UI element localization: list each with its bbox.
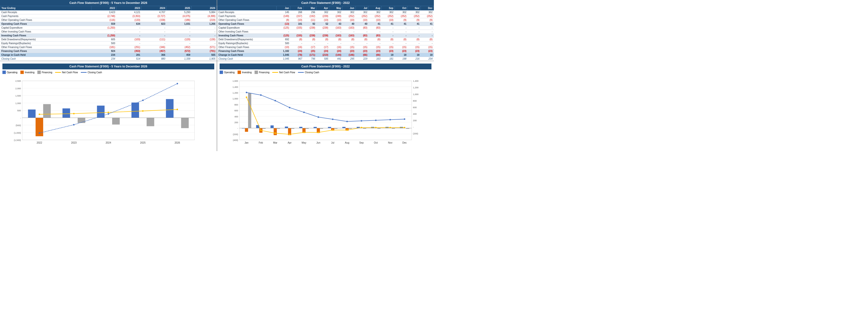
- row-value: (2,748): [91, 14, 116, 18]
- svg-text:600: 600: [413, 106, 417, 109]
- row-value: 40: [355, 22, 369, 26]
- row-value: (15): [395, 45, 408, 49]
- table-row: Other Financing Cash Flows(181)(251)(346…: [0, 45, 217, 49]
- right-col-empty: [217, 6, 277, 10]
- row-value: 1,031: [166, 22, 191, 26]
- svg-point-104: [303, 132, 305, 133]
- row-value: (15): [355, 45, 369, 49]
- svg-text:Dec: Dec: [402, 141, 407, 144]
- row-value: -: [395, 34, 408, 38]
- row-value: (1,250): [91, 34, 116, 38]
- row-value: (252): [369, 14, 382, 18]
- row-value: 163: [369, 57, 382, 61]
- row-value: (4,399): [191, 14, 216, 18]
- row-value: (23): [421, 49, 434, 53]
- row-value: (25): [303, 49, 316, 53]
- row-value: (15): [381, 45, 395, 49]
- svg-point-117: [318, 117, 319, 118]
- row-value: (8): [395, 38, 408, 41]
- svg-text:Sep: Sep: [360, 141, 364, 144]
- svg-point-36: [107, 113, 109, 115]
- row-value: (125): [277, 34, 290, 38]
- r-legend-investing: Investing: [238, 71, 252, 74]
- table-row: Equity Raisings/(Buybacks)500----: [0, 41, 217, 45]
- svg-text:Mar: Mar: [273, 141, 278, 144]
- svg-point-38: [177, 83, 178, 85]
- svg-point-105: [318, 132, 319, 133]
- table-row: Investing Cash Flows(1,250)----: [0, 34, 217, 38]
- row-value: -: [421, 34, 434, 38]
- row-value: (238): [316, 34, 330, 38]
- row-value: (17): [303, 45, 316, 49]
- row-value: (149): [277, 14, 290, 18]
- right-chart-section: Cash Flow Statement ($'000) - 2022 Opera…: [217, 61, 434, 151]
- legend-investing-box: [20, 71, 24, 74]
- row-value: (78): [290, 53, 303, 57]
- svg-text:600: 600: [235, 109, 238, 112]
- svg-text:400: 400: [413, 113, 417, 115]
- left-col-header-2023: 2023: [116, 6, 141, 10]
- right-chart-title: Cash Flow Statement ($'000) - 2022: [220, 64, 431, 69]
- row-value: -: [369, 41, 382, 45]
- row-value: (9): [408, 18, 421, 22]
- svg-point-118: [332, 119, 333, 120]
- row-value: (24): [316, 49, 330, 53]
- row-value: -: [166, 41, 191, 45]
- row-value: (8): [330, 38, 343, 41]
- legend-closing: Closing Cash: [81, 71, 102, 74]
- svg-point-35: [73, 124, 74, 125]
- svg-point-119: [346, 121, 348, 122]
- row-value: (346): [142, 45, 166, 49]
- svg-point-112: [246, 92, 247, 93]
- left-chart-area: (1,500)(1,000)(500)-5001,0001,5002,0002,…: [2, 76, 214, 149]
- svg-rect-24: [43, 104, 51, 118]
- row-value: (251): [116, 45, 141, 49]
- row-value: 366: [142, 53, 166, 57]
- row-label: Financing Cash Flows: [217, 49, 277, 53]
- row-value: (66): [355, 53, 369, 57]
- row-value: 268: [290, 10, 303, 14]
- row-value: 500: [91, 41, 116, 45]
- row-value: (10): [369, 18, 382, 22]
- svg-text:-: -: [413, 126, 414, 128]
- row-value: -: [395, 41, 408, 45]
- svg-point-100: [246, 97, 247, 98]
- svg-rect-73: [313, 127, 317, 128]
- right-col-header: Mar: [303, 6, 316, 10]
- row-value: -: [342, 41, 355, 45]
- row-value: -: [316, 30, 330, 34]
- row-value: 302: [395, 10, 408, 14]
- row-value: -: [303, 41, 316, 45]
- row-value: (701): [191, 49, 216, 53]
- row-value: (23): [381, 49, 395, 53]
- row-value: (15): [342, 45, 355, 49]
- table-row: Other Operating Cash Flows(116)(133)(158…: [0, 18, 217, 22]
- row-value: 40: [342, 22, 355, 26]
- row-value: (83): [355, 34, 369, 38]
- svg-text:(200): (200): [233, 133, 238, 136]
- row-value: 1,045: [277, 53, 290, 57]
- table-row: Investing Cash Flows(125)(155)(238)(238)…: [217, 34, 434, 38]
- row-value: -: [330, 30, 343, 34]
- svg-text:1,000: 1,000: [232, 98, 238, 100]
- row-value: (219): [191, 18, 216, 22]
- row-value: -: [421, 30, 434, 34]
- right-chart-area: (400)(200)-2004006008001,0001,2001,4001,…: [220, 76, 431, 149]
- right-col-header: Jan: [277, 6, 290, 10]
- row-value: (66): [369, 53, 382, 57]
- row-value: 41: [369, 22, 382, 26]
- table-row: Cash Payments(2,748)(3,353)(3,727)(4,075…: [0, 14, 217, 18]
- row-value: (238): [303, 26, 316, 30]
- svg-point-121: [375, 120, 377, 121]
- row-value: (3,727): [142, 14, 166, 18]
- r-legend-netcash: Net Cash Flow: [272, 71, 295, 74]
- row-value: (571): [191, 45, 216, 49]
- row-value: (120): [166, 38, 191, 41]
- svg-text:2022: 2022: [37, 141, 42, 144]
- svg-point-32: [142, 110, 144, 112]
- r-legend-investing-label: Investing: [242, 71, 252, 74]
- svg-text:1,200: 1,200: [413, 86, 418, 89]
- svg-text:2,500: 2,500: [15, 80, 21, 82]
- right-chart-legend: Operating Investing Financing Net Cash F…: [220, 71, 431, 74]
- row-value: (8): [381, 38, 395, 41]
